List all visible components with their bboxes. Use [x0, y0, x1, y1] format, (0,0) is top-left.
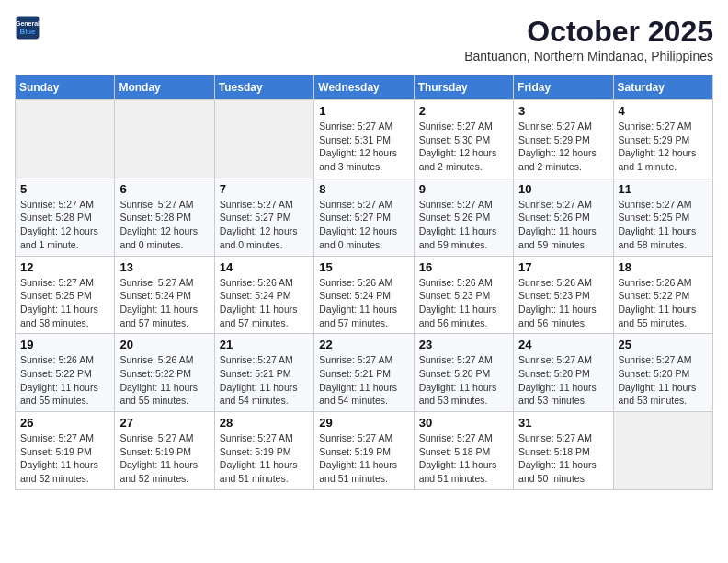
calendar-cell: 22Sunrise: 5:27 AMSunset: 5:21 PMDayligh…: [314, 334, 414, 412]
calendar-cell: 20Sunrise: 5:26 AMSunset: 5:22 PMDayligh…: [115, 334, 214, 412]
day-info: Sunrise: 5:27 AMSunset: 5:19 PMDaylight:…: [20, 431, 109, 486]
calendar-week-row: 26Sunrise: 5:27 AMSunset: 5:19 PMDayligh…: [16, 412, 713, 490]
calendar-cell: 25Sunrise: 5:27 AMSunset: 5:20 PMDayligh…: [613, 334, 712, 412]
calendar-cell: 28Sunrise: 5:27 AMSunset: 5:19 PMDayligh…: [214, 412, 313, 490]
day-info: Sunrise: 5:27 AMSunset: 5:18 PMDaylight:…: [419, 431, 508, 486]
calendar-cell: [115, 100, 214, 178]
calendar-cell: 4Sunrise: 5:27 AMSunset: 5:29 PMDaylight…: [613, 100, 712, 178]
day-info: Sunrise: 5:26 AMSunset: 5:22 PMDaylight:…: [119, 353, 209, 408]
svg-text:General: General: [16, 20, 40, 27]
month-title: October 2025: [464, 15, 713, 49]
calendar-cell: 12Sunrise: 5:27 AMSunset: 5:25 PMDayligh…: [16, 256, 115, 334]
dow-header: Saturday: [613, 75, 712, 100]
day-info: Sunrise: 5:26 AMSunset: 5:24 PMDaylight:…: [319, 276, 408, 330]
day-number: 25: [619, 338, 708, 351]
day-info: Sunrise: 5:27 AMSunset: 5:21 PMDaylight:…: [220, 353, 309, 408]
title-block: October 2025 Bantuanon, Northern Mindana…: [464, 15, 713, 63]
day-number: 10: [518, 182, 608, 196]
day-number: 2: [419, 104, 508, 118]
day-info: Sunrise: 5:27 AMSunset: 5:30 PMDaylight:…: [419, 120, 508, 174]
day-number: 5: [20, 182, 109, 196]
calendar-cell: 23Sunrise: 5:27 AMSunset: 5:20 PMDayligh…: [414, 334, 513, 412]
calendar-cell: 19Sunrise: 5:26 AMSunset: 5:22 PMDayligh…: [16, 334, 115, 412]
day-number: 15: [319, 260, 408, 274]
calendar-cell: 15Sunrise: 5:26 AMSunset: 5:24 PMDayligh…: [314, 256, 414, 334]
calendar-cell: 18Sunrise: 5:26 AMSunset: 5:22 PMDayligh…: [613, 256, 712, 334]
calendar-cell: 2Sunrise: 5:27 AMSunset: 5:30 PMDaylight…: [414, 100, 513, 178]
page-header: General Blue October 2025 Bantuanon, Nor…: [15, 15, 713, 63]
day-number: 29: [319, 416, 408, 430]
day-info: Sunrise: 5:27 AMSunset: 5:27 PMDaylight:…: [319, 198, 408, 252]
day-number: 20: [119, 338, 209, 351]
day-info: Sunrise: 5:27 AMSunset: 5:20 PMDaylight:…: [419, 353, 508, 408]
day-number: 7: [220, 182, 309, 196]
day-info: Sunrise: 5:27 AMSunset: 5:24 PMDaylight:…: [119, 276, 209, 330]
day-info: Sunrise: 5:27 AMSunset: 5:29 PMDaylight:…: [518, 120, 608, 174]
dow-header: Monday: [115, 75, 214, 100]
calendar-cell: 13Sunrise: 5:27 AMSunset: 5:24 PMDayligh…: [115, 256, 214, 334]
calendar-cell: 7Sunrise: 5:27 AMSunset: 5:27 PMDaylight…: [214, 178, 313, 256]
dow-header: Sunday: [16, 75, 115, 100]
day-number: 11: [619, 182, 708, 196]
day-number: 26: [20, 416, 109, 430]
day-info: Sunrise: 5:27 AMSunset: 5:28 PMDaylight:…: [119, 198, 209, 252]
logo: General Blue: [15, 15, 40, 40]
day-info: Sunrise: 5:27 AMSunset: 5:21 PMDaylight:…: [319, 353, 408, 408]
calendar-cell: 6Sunrise: 5:27 AMSunset: 5:28 PMDaylight…: [115, 178, 214, 256]
calendar-cell: [16, 100, 115, 178]
day-number: 3: [518, 104, 608, 118]
day-info: Sunrise: 5:27 AMSunset: 5:19 PMDaylight:…: [220, 431, 309, 486]
calendar-cell: 9Sunrise: 5:27 AMSunset: 5:26 PMDaylight…: [414, 178, 513, 256]
day-number: 6: [119, 182, 209, 196]
dow-header: Wednesday: [314, 75, 414, 100]
calendar-cell: 1Sunrise: 5:27 AMSunset: 5:31 PMDaylight…: [314, 100, 414, 178]
day-info: Sunrise: 5:27 AMSunset: 5:28 PMDaylight:…: [20, 198, 109, 252]
svg-text:Blue: Blue: [20, 28, 37, 36]
day-info: Sunrise: 5:27 AMSunset: 5:31 PMDaylight:…: [319, 120, 408, 174]
day-number: 8: [319, 182, 408, 196]
day-info: Sunrise: 5:27 AMSunset: 5:19 PMDaylight:…: [119, 431, 209, 486]
day-number: 12: [20, 260, 109, 274]
calendar-cell: 17Sunrise: 5:26 AMSunset: 5:23 PMDayligh…: [514, 256, 613, 334]
calendar-cell: 26Sunrise: 5:27 AMSunset: 5:19 PMDayligh…: [16, 412, 115, 490]
day-info: Sunrise: 5:27 AMSunset: 5:25 PMDaylight:…: [20, 276, 109, 330]
day-info: Sunrise: 5:26 AMSunset: 5:22 PMDaylight:…: [619, 276, 708, 330]
calendar-week-row: 5Sunrise: 5:27 AMSunset: 5:28 PMDaylight…: [16, 178, 713, 256]
day-info: Sunrise: 5:27 AMSunset: 5:26 PMDaylight:…: [419, 198, 508, 252]
calendar-week-row: 1Sunrise: 5:27 AMSunset: 5:31 PMDaylight…: [16, 100, 713, 178]
day-info: Sunrise: 5:27 AMSunset: 5:19 PMDaylight:…: [319, 431, 408, 486]
day-number: 14: [220, 260, 309, 274]
calendar-cell: 8Sunrise: 5:27 AMSunset: 5:27 PMDaylight…: [314, 178, 414, 256]
day-info: Sunrise: 5:27 AMSunset: 5:26 PMDaylight:…: [518, 198, 608, 252]
day-info: Sunrise: 5:26 AMSunset: 5:23 PMDaylight:…: [419, 276, 508, 330]
calendar-cell: 21Sunrise: 5:27 AMSunset: 5:21 PMDayligh…: [214, 334, 313, 412]
calendar-cell: 24Sunrise: 5:27 AMSunset: 5:20 PMDayligh…: [514, 334, 613, 412]
calendar-week-row: 12Sunrise: 5:27 AMSunset: 5:25 PMDayligh…: [16, 256, 713, 334]
day-number: 4: [619, 104, 708, 118]
calendar-body: 1Sunrise: 5:27 AMSunset: 5:31 PMDaylight…: [16, 100, 713, 490]
calendar-cell: 31Sunrise: 5:27 AMSunset: 5:18 PMDayligh…: [514, 412, 613, 490]
dow-header: Friday: [514, 75, 613, 100]
day-number: 24: [518, 338, 608, 351]
day-number: 23: [419, 338, 508, 351]
day-info: Sunrise: 5:26 AMSunset: 5:24 PMDaylight:…: [220, 276, 309, 330]
days-of-week-row: SundayMondayTuesdayWednesdayThursdayFrid…: [16, 75, 713, 100]
calendar-cell: 5Sunrise: 5:27 AMSunset: 5:28 PMDaylight…: [16, 178, 115, 256]
calendar-cell: [613, 412, 712, 490]
calendar-cell: 27Sunrise: 5:27 AMSunset: 5:19 PMDayligh…: [115, 412, 214, 490]
day-number: 1: [319, 104, 408, 118]
calendar-week-row: 19Sunrise: 5:26 AMSunset: 5:22 PMDayligh…: [16, 334, 713, 412]
day-number: 17: [518, 260, 608, 274]
calendar-cell: 11Sunrise: 5:27 AMSunset: 5:25 PMDayligh…: [613, 178, 712, 256]
day-info: Sunrise: 5:26 AMSunset: 5:22 PMDaylight:…: [20, 353, 109, 408]
calendar-cell: 10Sunrise: 5:27 AMSunset: 5:26 PMDayligh…: [514, 178, 613, 256]
day-info: Sunrise: 5:26 AMSunset: 5:23 PMDaylight:…: [518, 276, 608, 330]
day-number: 30: [419, 416, 508, 430]
logo-icon: General Blue: [15, 15, 40, 40]
day-number: 27: [119, 416, 209, 430]
day-info: Sunrise: 5:27 AMSunset: 5:29 PMDaylight:…: [619, 120, 708, 174]
calendar-cell: 29Sunrise: 5:27 AMSunset: 5:19 PMDayligh…: [314, 412, 414, 490]
day-number: 19: [20, 338, 109, 351]
calendar-cell: 16Sunrise: 5:26 AMSunset: 5:23 PMDayligh…: [414, 256, 513, 334]
day-number: 13: [119, 260, 209, 274]
